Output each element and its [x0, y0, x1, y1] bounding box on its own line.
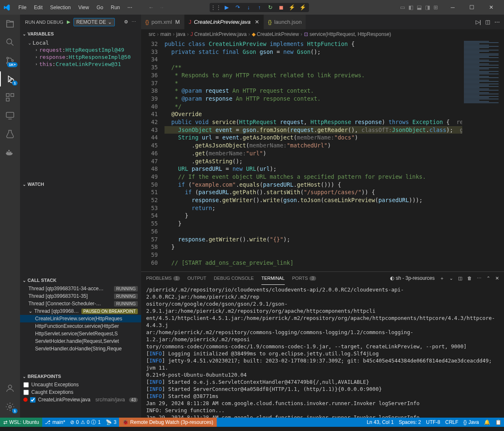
stack-frame[interactable]: CreateLinkPreview.service(HttpReques: [20, 315, 141, 322]
maximize-panel-icon[interactable]: ⌃: [486, 276, 490, 281]
launch-config-select[interactable]: Remote De ⌄: [73, 18, 115, 26]
stack-frame[interactable]: HttpServlet.service(ServletRequest,S: [20, 330, 141, 337]
stack-frame[interactable]: HttpFunctionExecutor.service(HttpSer: [20, 322, 141, 330]
debug-icon[interactable]: 1: [4, 73, 16, 85]
nav-forward-icon[interactable]: →: [159, 4, 164, 10]
menu-go[interactable]: Go: [93, 3, 106, 12]
terminal-content[interactable]: /pierrick/.m2/repository/io/cloudevents/…: [141, 284, 504, 418]
step-into-icon[interactable]: ↓: [245, 4, 252, 11]
step-out-icon[interactable]: ↑: [256, 4, 263, 11]
hot-reload-icon[interactable]: ⚡: [299, 4, 306, 11]
new-terminal-icon[interactable]: ＋: [440, 275, 444, 281]
menu-file[interactable]: File: [15, 3, 30, 12]
section-watch[interactable]: ⌄WATCH: [20, 180, 141, 189]
indent-status[interactable]: Spaces: 2: [396, 419, 423, 425]
bp-caught[interactable]: Caught Exceptions: [20, 388, 141, 396]
scope-local[interactable]: ⌄Local: [20, 39, 141, 46]
close-button[interactable]: ✕: [481, 0, 501, 15]
nav-back-icon[interactable]: ←: [148, 4, 154, 10]
close-tab-icon[interactable]: ✕: [255, 19, 259, 25]
bp-checkbox[interactable]: [23, 382, 29, 388]
breadcrumb-item[interactable]: src: [149, 31, 155, 37]
eol-status[interactable]: CRLF: [443, 419, 461, 425]
language-status[interactable]: {} Java: [461, 419, 481, 425]
menu-selection[interactable]: Selection: [47, 3, 74, 12]
split-terminal-icon[interactable]: ◫: [458, 276, 462, 281]
close-panel-icon[interactable]: ✕: [495, 276, 499, 281]
variable-row[interactable]: ›request: HttpRequestImpl@49: [20, 46, 141, 53]
docker-icon[interactable]: [4, 147, 16, 158]
breadcrumb-item[interactable]: ⊡ service(HttpRequest, HttpResponse): [304, 31, 391, 37]
more-terminal-icon[interactable]: ⋯: [477, 276, 481, 281]
restart-icon[interactable]: ↻: [266, 4, 274, 11]
menu-view[interactable]: View: [75, 3, 92, 12]
bp-uncaught[interactable]: Uncaught Exceptions: [20, 381, 141, 388]
more-actions-icon[interactable]: ⋯: [494, 19, 500, 25]
bp-checkbox[interactable]: [30, 397, 35, 403]
minimize-button[interactable]: ─: [443, 0, 462, 15]
more-icon[interactable]: ⋯: [132, 19, 136, 25]
paused-thread[interactable]: ⌄Thread [qtp39968…PAUSED ON BREAKPOINT: [20, 307, 141, 315]
tab-output[interactable]: OUTPUT: [187, 274, 206, 282]
editor-tab[interactable]: {}launch.json: [264, 15, 306, 29]
drag-handle-icon[interactable]: ⋮⋮: [212, 4, 220, 11]
toggle-sidebar-icon[interactable]: ◧: [408, 4, 413, 10]
debug-status[interactable]: 🐞Remote Debug Watch (3p-resources): [119, 418, 217, 427]
menu-edit[interactable]: Edit: [30, 3, 46, 12]
toggle-panel-icon[interactable]: ▭: [400, 4, 405, 10]
tab-debug-console[interactable]: DEBUG CONSOLE: [214, 274, 254, 282]
terminal-picker[interactable]: ◐ sh - 3p-resources: [390, 275, 435, 281]
bp-checkbox[interactable]: [23, 390, 29, 395]
continue-icon[interactable]: ▶: [223, 4, 230, 11]
settings-gear-icon[interactable]: ⚙: [124, 19, 128, 25]
menu-more[interactable]: ⋯: [124, 3, 136, 12]
search-icon[interactable]: [4, 36, 16, 48]
run-icon[interactable]: ▷|: [476, 19, 481, 25]
breadcrumb-item[interactable]: java: [176, 31, 185, 37]
explorer-icon[interactable]: [4, 18, 16, 30]
thread-row[interactable]: Thread [qtp399683701-34-acce…RUNNING: [20, 285, 141, 292]
breadcrumb-item[interactable]: ◆ CreateLinkPreview: [252, 31, 299, 37]
maximize-button[interactable]: ☐: [462, 0, 481, 15]
remote-indicator[interactable]: ⇄WSL: Ubuntu: [0, 418, 42, 427]
kill-terminal-icon[interactable]: 🗑: [467, 276, 472, 281]
toggle-right-icon[interactable]: ◨: [425, 4, 430, 10]
editor-tab[interactable]: JCreateLinkPreview.java✕: [185, 15, 264, 29]
stack-frame[interactable]: ServletHolder.handle(Request,Servlet: [20, 337, 141, 345]
settings-icon[interactable]: 1: [4, 401, 16, 413]
scm-icon[interactable]: 1K+: [4, 55, 16, 66]
breadcrumb[interactable]: src›main›java›J CreateLinkPreview.java›◆…: [141, 29, 504, 39]
section-callstack[interactable]: ⌄CALL STACK: [20, 276, 141, 285]
disconnect-icon[interactable]: ⚡: [288, 4, 296, 11]
line-gutter[interactable]: 3233343536373839404142434445464748495051…: [141, 39, 165, 271]
split-editor-icon[interactable]: ◫: [485, 19, 490, 25]
editor-tab[interactable]: {}pom.xmlM: [141, 15, 185, 29]
account-icon[interactable]: [4, 383, 16, 394]
ports-status[interactable]: 📡3: [103, 419, 119, 425]
variable-row[interactable]: ›this: CreateLinkPreview@31: [20, 61, 141, 68]
stop-icon[interactable]: ◼: [277, 4, 285, 11]
bp-file[interactable]: CreateLinkPreview.javasrc/main/java43: [20, 396, 141, 403]
breadcrumb-item[interactable]: J CreateLinkPreview.java: [190, 31, 247, 37]
extensions-icon[interactable]: [4, 91, 16, 103]
stack-frame[interactable]: ServletHandler.doHandle(String,Reque: [20, 345, 141, 352]
toggle-bottom-icon[interactable]: ⬓: [417, 4, 422, 10]
terminal-dropdown-icon[interactable]: ⌄: [449, 276, 453, 281]
breadcrumb-item[interactable]: main: [160, 31, 171, 37]
remote-explorer-icon[interactable]: [4, 110, 16, 122]
test-icon[interactable]: [4, 128, 16, 140]
minimap[interactable]: [462, 39, 504, 271]
thread-row[interactable]: Thread [Connector-Scheduler-…RUNNING: [20, 300, 141, 307]
thread-row[interactable]: Thread [qtp399683701-35]RUNNING: [20, 292, 141, 300]
tab-problems[interactable]: PROBLEMS1: [146, 274, 180, 282]
menu-run[interactable]: Run: [107, 3, 123, 12]
code-editor[interactable]: public class CreateLinkPreview implement…: [165, 39, 462, 271]
variable-row[interactable]: ›response: HttpResponseImpl@50: [20, 53, 141, 61]
cursor-position[interactable]: Ln 43, Col 1: [364, 419, 396, 425]
diagnostics-status[interactable]: ⊘0 ⚠0 ⓘ1: [68, 419, 103, 426]
notifications-icon[interactable]: 🔔: [481, 419, 493, 425]
section-breakpoints[interactable]: ⌄BREAKPOINTS: [20, 372, 141, 381]
step-over-icon[interactable]: ↷: [234, 4, 241, 11]
customize-layout-icon[interactable]: ⊞: [433, 4, 438, 10]
start-debug-icon[interactable]: ▶: [67, 19, 70, 25]
